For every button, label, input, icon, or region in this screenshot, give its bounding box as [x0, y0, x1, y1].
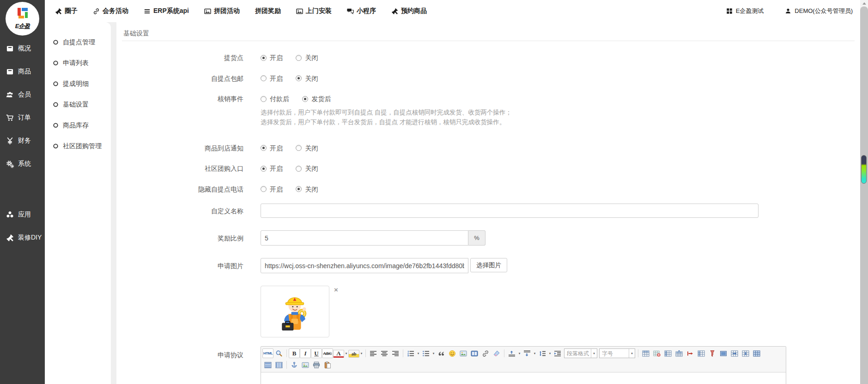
nav-item-groupon-reward[interactable]: 拼团奖励: [255, 7, 281, 15]
chevron-down-icon[interactable]: ▾: [359, 348, 364, 360]
unordered-list-button[interactable]: [420, 348, 431, 358]
radio-option-on[interactable]: 开启: [261, 52, 283, 64]
remove-format-button[interactable]: [491, 348, 502, 358]
nav-item-erp-api[interactable]: ERP系统api: [144, 7, 189, 15]
radio-option-after-payment[interactable]: 付款后: [261, 93, 289, 105]
font-size-select[interactable]: 字号▾: [599, 348, 635, 358]
paragraph-top-spacing-button[interactable]: [506, 348, 517, 358]
line-height-button[interactable]: [537, 348, 548, 358]
strikethrough-button[interactable]: ABC: [322, 348, 333, 358]
anchor-button[interactable]: [289, 360, 300, 370]
insert-table-button[interactable]: [640, 348, 651, 358]
account-menu[interactable]: DEMO(公众号管理员): [785, 7, 853, 15]
radio-option-after-shipping[interactable]: 发货后: [302, 93, 331, 105]
nav-item-conference[interactable]: 会务活动: [93, 7, 128, 15]
chevron-down-icon[interactable]: ▾: [533, 348, 537, 360]
sidebar-item-overview[interactable]: 概况: [0, 37, 45, 60]
apply-image-url-input[interactable]: [261, 258, 468, 273]
choose-image-button[interactable]: 选择图片: [470, 258, 507, 272]
font-color-button[interactable]: A: [333, 350, 344, 358]
cell-properties-button[interactable]: [718, 348, 729, 358]
delete-table-button[interactable]: [651, 348, 662, 358]
sidebar-item-orders[interactable]: 订单: [0, 106, 45, 129]
sidebar-item-members[interactable]: 会员: [0, 83, 45, 106]
radio-icon: [261, 96, 267, 102]
radio-option-on[interactable]: 开启: [261, 183, 283, 195]
nav-item-booking-goods[interactable]: 预约商品: [391, 7, 427, 15]
paragraph-format-select[interactable]: 段落格式▾: [564, 348, 597, 358]
emoticon-button[interactable]: [447, 348, 458, 358]
chevron-down-icon[interactable]: ▾: [416, 348, 420, 360]
chevron-down-icon[interactable]: ▾: [517, 348, 522, 360]
chevron-down-icon[interactable]: ▾: [344, 348, 348, 360]
sidebar-item-system[interactable]: 系统: [0, 152, 45, 175]
submenu-item-apply-list[interactable]: 申请列表: [45, 53, 111, 73]
app-logo[interactable]: E企盈: [6, 2, 39, 36]
align-right-button[interactable]: [390, 348, 401, 358]
paragraph-bottom-spacing-button[interactable]: [522, 348, 533, 358]
nav-item-mini-program[interactable]: 小程序: [347, 7, 376, 15]
submenu-item-goods-stock[interactable]: 商品库存: [45, 115, 111, 136]
align-center-button[interactable]: [379, 348, 390, 358]
insert-row-below-button[interactable]: [729, 348, 740, 358]
bold-button[interactable]: B: [289, 348, 300, 358]
nav-item-home-install[interactable]: 上门安装: [296, 7, 332, 15]
blockquote-button[interactable]: [436, 348, 447, 358]
delete-row-button[interactable]: [707, 348, 718, 358]
image-icon: [296, 8, 303, 15]
sidebar-item-goods[interactable]: 商品: [0, 60, 45, 83]
radio-option-off[interactable]: 关闭: [296, 162, 318, 174]
chevron-down-icon[interactable]: ▾: [431, 348, 436, 360]
radio-option-on[interactable]: 开启: [261, 142, 283, 154]
submenu-item-commission-detail[interactable]: 提成明细: [45, 73, 111, 94]
nav-item-groupon[interactable]: 拼团活动: [204, 7, 240, 15]
chevron-down-icon[interactable]: ▾: [548, 348, 552, 360]
insert-column-after-button[interactable]: [740, 348, 751, 358]
nav-item-circle[interactable]: 圈子: [55, 7, 78, 15]
nav-item-label: 小程序: [357, 7, 376, 15]
ordered-list-button[interactable]: [405, 348, 416, 358]
html-source-button[interactable]: HTML: [262, 348, 273, 358]
sidebar-item-decorate-diy[interactable]: 装修DIY: [0, 226, 45, 249]
radio-option-off[interactable]: 关闭: [296, 52, 318, 64]
remove-image-icon[interactable]: ×: [334, 287, 338, 293]
table-columns-button[interactable]: [273, 360, 285, 370]
radio-option-off[interactable]: 关闭: [296, 72, 318, 84]
radio-option-off[interactable]: 关闭: [296, 183, 318, 195]
radio-icon: [261, 186, 267, 192]
submenu-item-basic-settings[interactable]: 基础设置: [45, 94, 111, 115]
submenu-item-community-groupon[interactable]: 社区团购管理: [45, 136, 111, 156]
table-properties-button[interactable]: [662, 348, 674, 358]
workspace-switcher[interactable]: E企盈测试: [726, 7, 764, 15]
indent-button[interactable]: [552, 348, 563, 358]
radio-option-on[interactable]: 开启: [261, 162, 283, 174]
insert-media-button[interactable]: [469, 348, 480, 358]
insert-column-button[interactable]: [696, 348, 707, 358]
scrollbar-thumb[interactable]: [861, 155, 867, 184]
merge-cells-button[interactable]: [685, 348, 696, 358]
submenu-item-pickup-management[interactable]: 自提点管理: [45, 32, 111, 53]
select-table-button[interactable]: [751, 348, 762, 358]
scrollbar-track[interactable]: [860, 6, 868, 384]
align-left-button[interactable]: [368, 348, 379, 358]
scroll-up-button[interactable]: [860, 0, 868, 6]
top-nav: 圈子 会务活动 ERP系统api 拼团活动 拼团奖励 上门安装 小程序 预约商品…: [45, 0, 860, 22]
underline-button[interactable]: U: [311, 348, 322, 358]
radio-option-off[interactable]: 关闭: [296, 142, 318, 154]
highlight-button[interactable]: ab: [348, 350, 359, 358]
italic-button[interactable]: I: [300, 348, 311, 358]
insert-image-button[interactable]: [458, 348, 469, 358]
preview-button[interactable]: [273, 348, 285, 358]
sidebar-item-apps[interactable]: 应用: [0, 203, 45, 226]
image-map-button[interactable]: [300, 360, 311, 370]
reward-ratio-input[interactable]: [261, 230, 468, 246]
custom-name-input[interactable]: [261, 204, 759, 218]
insert-link-button[interactable]: [480, 348, 491, 358]
sidebar-item-finance[interactable]: 财务: [0, 129, 45, 152]
radio-option-on[interactable]: 开启: [261, 72, 283, 84]
insert-row-above-button[interactable]: [674, 348, 685, 358]
paste-button[interactable]: [322, 360, 333, 370]
print-button[interactable]: [311, 360, 322, 370]
editor-body[interactable]: [261, 372, 786, 384]
table-rows-button[interactable]: [262, 360, 273, 370]
